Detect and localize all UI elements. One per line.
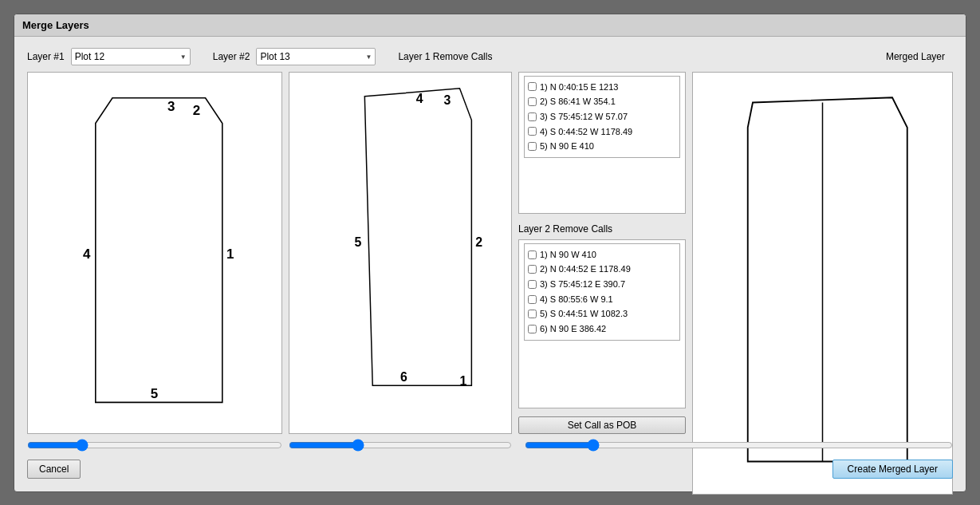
layer1-select[interactable]: Plot 12 Plot 13: [71, 48, 191, 65]
svg-text:4: 4: [416, 91, 423, 105]
layer2-call-4-text: 4) S 80:55:6 W 9.1: [540, 292, 613, 307]
layer1-call-1: 1) N 0:40:15 E 1213: [528, 80, 676, 95]
set-call-pob-button[interactable]: Set Call as POB: [518, 416, 686, 434]
layer1-call-4-text: 4) S 0:44:52 W 1178.49: [540, 124, 632, 140]
layer2-call-1-text: 1) N 90 W 410: [540, 247, 596, 262]
merged-canvas: [692, 72, 953, 495]
layer1-call-1-text: 1) N 0:40:15 E 1213: [540, 80, 618, 95]
layer1-call-5-text: 5) N 90 E 410: [540, 139, 594, 154]
layer1-canvas: 2 3 1 4 5: [27, 72, 282, 434]
layer2-call-1-checkbox[interactable]: [528, 251, 537, 259]
layer1-call-2-text: 2) S 86:41 W 354.1: [540, 94, 616, 109]
layer2-call-6-checkbox[interactable]: [528, 325, 537, 333]
layer2-call-6: 6) N 90 E 386.42: [528, 322, 676, 337]
merge-layers-dialog: Merge Layers Layer #1 Plot 12 Plot 13 La…: [14, 14, 966, 492]
layer1-call-1-checkbox[interactable]: [528, 82, 537, 91]
create-merged-button[interactable]: Create Merged Layer: [832, 460, 953, 479]
layer2-call-3-checkbox[interactable]: [528, 280, 537, 289]
layer2-call-2: 2) N 0:44:52 E 1178.49: [528, 262, 676, 277]
layer1-slider[interactable]: [27, 439, 282, 452]
layer2-calls-box: 1) N 90 W 410 2) N 0:44:52 E 1178.49 3) …: [518, 239, 686, 408]
layer1-label: Layer #1: [27, 51, 65, 62]
layer2-call-5-checkbox[interactable]: [528, 310, 537, 318]
svg-text:4: 4: [83, 247, 91, 262]
layer2-call-5-text: 5) S 0:44:51 W 1082.3: [540, 306, 628, 322]
layer2-canvas: 3 4 2 5 6 1: [289, 72, 512, 434]
layer1-call-2-checkbox[interactable]: [528, 97, 537, 106]
svg-text:5: 5: [151, 386, 158, 401]
layer1-select-wrapper[interactable]: Plot 12 Plot 13: [71, 48, 191, 65]
svg-text:1: 1: [459, 374, 466, 388]
svg-marker-13: [748, 97, 907, 461]
svg-text:3: 3: [167, 98, 175, 113]
layer1-calls-list: 1) N 0:40:15 E 1213 2) S 86:41 W 354.1 3…: [524, 76, 680, 158]
layer2-select[interactable]: Plot 12 Plot 13: [256, 48, 376, 65]
svg-marker-6: [364, 88, 471, 385]
layer2-call-2-checkbox[interactable]: [528, 265, 537, 274]
layer2-call-2-text: 2) N 0:44:52 E 1178.49: [540, 262, 631, 277]
layer2-call-5: 5) S 0:44:51 W 1082.3: [528, 306, 676, 322]
layer1-call-3: 3) S 75:45:12 W 57.07: [528, 109, 676, 124]
layer2-call-4: 4) S 80:55:6 W 9.1: [528, 292, 676, 307]
layer2-call-4-checkbox[interactable]: [528, 295, 537, 304]
layer2-remove-label: Layer 2 Remove Calls: [518, 223, 612, 235]
cancel-button[interactable]: Cancel: [27, 460, 81, 479]
svg-text:2: 2: [193, 102, 200, 117]
merged-slider[interactable]: [525, 439, 953, 452]
dialog-title: Merge Layers: [14, 14, 966, 37]
svg-marker-0: [96, 97, 222, 402]
layer2-call-1: 1) N 90 W 410: [528, 247, 676, 262]
layer2-slider[interactable]: [289, 439, 512, 452]
layer2-call-3: 3) S 75:45:12 E 390.7: [528, 277, 676, 292]
svg-text:3: 3: [444, 93, 451, 106]
svg-text:1: 1: [226, 247, 234, 262]
layer2-label: Layer #2: [213, 51, 250, 62]
layer1-remove-header: Layer 1 Remove Calls: [398, 51, 492, 62]
layer1-call-4-checkbox[interactable]: [528, 127, 537, 136]
layer1-call-4: 4) S 0:44:52 W 1178.49: [528, 124, 676, 140]
layer1-call-5-checkbox[interactable]: [528, 142, 537, 151]
layer2-call-6-text: 6) N 90 E 386.42: [540, 322, 606, 337]
svg-text:5: 5: [354, 235, 361, 249]
layer1-call-3-text: 3) S 75:45:12 W 57.07: [540, 109, 628, 124]
svg-text:6: 6: [400, 370, 407, 384]
layer1-call-2: 2) S 86:41 W 354.1: [528, 94, 676, 109]
merged-layer-header: Merged Layer: [886, 51, 945, 62]
layer2-select-wrapper[interactable]: Plot 12 Plot 13: [256, 48, 376, 65]
layer2-call-3-text: 3) S 75:45:12 E 390.7: [540, 277, 625, 292]
layer1-calls-box: 1) N 0:40:15 E 1213 2) S 86:41 W 354.1 3…: [518, 72, 686, 214]
svg-text:2: 2: [475, 235, 482, 249]
layer1-call-3-checkbox[interactable]: [528, 112, 537, 121]
layer2-calls-list: 1) N 90 W 410 2) N 0:44:52 E 1178.49 3) …: [524, 243, 680, 341]
layer1-call-5: 5) N 90 E 410: [528, 139, 676, 154]
